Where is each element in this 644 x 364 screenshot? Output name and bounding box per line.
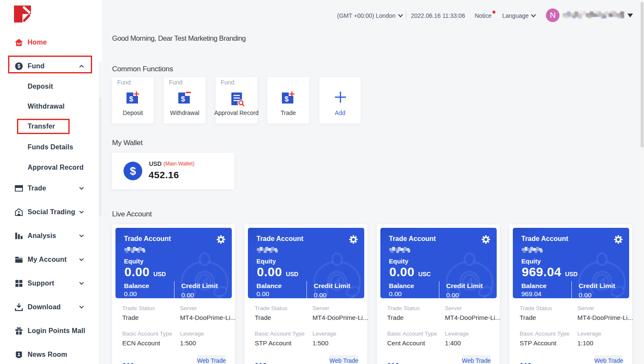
svg-text:$: $ bbox=[284, 95, 289, 103]
svg-text:$: $ bbox=[129, 95, 133, 103]
svg-text:$: $ bbox=[181, 95, 185, 103]
